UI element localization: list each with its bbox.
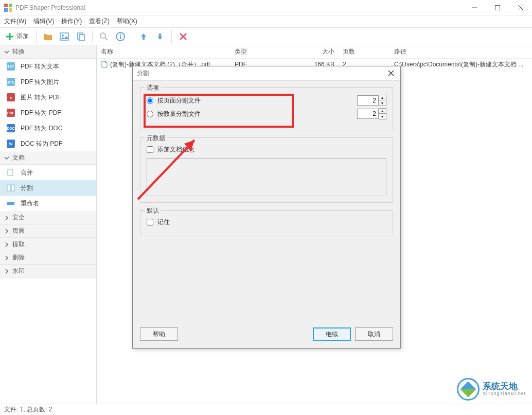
sidebar-item-split[interactable]: 分割 <box>0 180 96 196</box>
option-remember[interactable]: 记住 <box>147 218 386 227</box>
radio-by-page[interactable] <box>147 97 153 104</box>
sidebar-item-pdf-to-doc[interactable]: DOCPDF 转为 DOC <box>0 120 96 136</box>
add-button[interactable]: 添加 <box>3 30 31 43</box>
sidebar-item-pdf-to-image[interactable]: JPGPDF 转为图片 <box>0 74 96 90</box>
default-legend: 默认 <box>145 206 161 215</box>
separator <box>92 30 93 43</box>
delete-icon[interactable] <box>177 30 189 43</box>
col-pages[interactable]: 页数 <box>339 47 390 56</box>
close-button[interactable] <box>509 0 532 15</box>
toolbar: 添加 <box>0 28 532 45</box>
col-name[interactable]: 名称 <box>97 47 230 56</box>
menu-file[interactable]: 文件(W) <box>4 17 26 26</box>
info-icon[interactable] <box>114 30 127 43</box>
continue-button[interactable]: 继续 <box>313 327 351 341</box>
folder-icon[interactable] <box>42 30 54 43</box>
spinner-arrows[interactable]: ▲▼ <box>379 108 386 119</box>
pages-input[interactable] <box>357 95 379 106</box>
sidebar-header-extract[interactable]: 提取 <box>0 238 96 251</box>
sidebar-item-rename[interactable]: 重命名 <box>0 196 96 211</box>
svg-rect-23 <box>11 185 14 191</box>
separator <box>171 30 172 43</box>
sidebar-item-merge[interactable]: 合并 <box>0 165 96 180</box>
svg-line-15 <box>105 38 108 40</box>
sidebar-header-document[interactable]: 文档 <box>0 151 96 165</box>
metadata-legend: 元数据 <box>145 134 167 143</box>
checkbox-remember[interactable] <box>147 219 153 226</box>
sidebar-item-image-to-pdf[interactable]: ●图片 转为 PDF <box>0 90 96 105</box>
col-path[interactable]: 路径 <box>390 47 532 56</box>
maximize-button[interactable] <box>486 0 509 15</box>
svg-rect-21 <box>8 169 13 176</box>
help-button[interactable]: 帮助 <box>140 327 178 341</box>
add-label: 添加 <box>16 32 29 41</box>
svg-rect-24 <box>7 202 14 205</box>
menu-action[interactable]: 操作(Y) <box>61 17 82 26</box>
sidebar-item-pdf-to-text[interactable]: TXTPDF 转为文本 <box>0 59 96 74</box>
sidebar-header-watermark[interactable]: 水印 <box>0 265 96 278</box>
dialog-title: 分割 <box>137 69 149 78</box>
spinner-arrows[interactable]: ▲▼ <box>379 95 386 106</box>
svg-rect-0 <box>4 4 8 7</box>
split-dialog: 分割 选项 按页面分割文件 ▲▼ 按数量分割文件 ▲▼ <box>132 66 401 349</box>
separator <box>132 30 132 43</box>
app-title: PDF Shaper Professional <box>15 4 85 11</box>
app-icon <box>4 4 12 12</box>
option-split-by-page[interactable]: 按页面分割文件 ▲▼ <box>147 95 386 106</box>
cancel-button[interactable]: 取消 <box>355 327 393 341</box>
metadata-textbox <box>147 158 386 196</box>
minimize-button[interactable] <box>463 0 486 15</box>
image-icon[interactable] <box>58 30 70 43</box>
svg-point-17 <box>120 33 121 34</box>
default-fieldset: 默认 记住 <box>140 210 393 235</box>
sidebar-header-delete[interactable]: 删除 <box>0 251 96 265</box>
svg-rect-1 <box>9 4 12 7</box>
dialog-titlebar: 分割 <box>133 66 400 81</box>
svg-point-11 <box>62 34 64 37</box>
sidebar-header-security[interactable]: 安全 <box>0 211 96 224</box>
arrow-down-icon[interactable] <box>154 30 166 43</box>
option-add-doc-info[interactable]: 添加文档信息 <box>147 145 386 154</box>
options-legend: 选项 <box>145 83 161 92</box>
pdf-file-icon <box>101 61 108 68</box>
statusbar: 文件: 1, 总页数: 2 <box>0 404 532 415</box>
status-text: 文件: 1, 总页数: 2 <box>4 405 52 414</box>
sidebar-header-page[interactable]: 页面 <box>0 224 96 238</box>
column-headers: 名称 类型 大小 页数 路径 <box>97 45 532 59</box>
svg-rect-5 <box>495 6 500 10</box>
sidebar: 转换 TXTPDF 转为文本 JPGPDF 转为图片 ●图片 转为 PDF PD… <box>0 45 97 404</box>
option-split-by-count[interactable]: 按数量分割文件 ▲▼ <box>147 108 386 119</box>
sidebar-item-pdf-to-pdf[interactable]: PDFPDF 转为 PDF <box>0 105 96 120</box>
menubar: 文件(W) 编辑(V) 操作(Y) 查看(Z) 帮助(X) <box>0 15 532 28</box>
search-icon[interactable] <box>98 30 110 43</box>
titlebar: PDF Shaper Professional <box>0 0 532 15</box>
svg-rect-22 <box>7 185 10 191</box>
svg-rect-13 <box>79 34 84 41</box>
checkbox-add-doc-info[interactable] <box>147 146 153 153</box>
menu-view[interactable]: 查看(Z) <box>89 17 109 26</box>
svg-rect-3 <box>9 8 12 12</box>
separator <box>36 30 37 43</box>
menu-help[interactable]: 帮助(X) <box>117 17 137 26</box>
svg-rect-2 <box>4 8 8 12</box>
metadata-fieldset: 元数据 添加文档信息 <box>140 137 393 203</box>
options-fieldset: 选项 按页面分割文件 ▲▼ 按数量分割文件 ▲▼ <box>140 87 393 130</box>
svg-point-14 <box>100 33 105 38</box>
sidebar-header-convert[interactable]: 转换 <box>0 45 96 59</box>
svg-rect-18 <box>120 36 121 39</box>
copy-icon[interactable] <box>75 30 87 43</box>
dialog-close-button[interactable] <box>386 70 396 78</box>
count-input[interactable] <box>357 109 379 119</box>
sidebar-item-doc-to-pdf[interactable]: WDOC 转为 PDF <box>0 136 96 151</box>
menu-edit[interactable]: 编辑(V) <box>33 17 54 26</box>
col-size[interactable]: 大小 <box>303 47 339 56</box>
arrow-up-icon[interactable] <box>137 30 150 43</box>
col-type[interactable]: 类型 <box>230 47 303 56</box>
radio-by-count[interactable] <box>147 111 153 117</box>
